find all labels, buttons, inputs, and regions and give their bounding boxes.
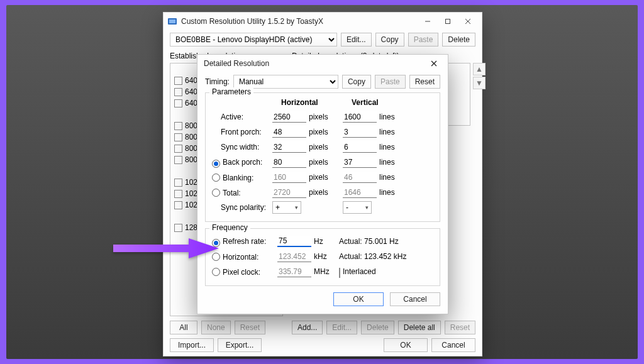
- cru-app-icon: [167, 16, 177, 26]
- checkbox-icon[interactable]: [174, 156, 182, 164]
- paste-display-button[interactable]: Paste: [408, 33, 439, 47]
- detailed-resolution-dialog: Detailed Resolution Timing: Manual Copy …: [197, 54, 448, 314]
- refresh-actual-label: Actual: 75.001 Hz: [339, 237, 433, 246]
- checkbox-icon[interactable]: [174, 224, 182, 232]
- frequency-horizontal-input: [277, 251, 311, 262]
- window-title: Custom Resolution Utility 1.5.2 by Toast…: [181, 17, 418, 26]
- frequency-horizontal-radio[interactable]: Horizontal:: [212, 251, 277, 262]
- front-porch-h-input[interactable]: [272, 126, 306, 138]
- frequency-legend: Frequency: [209, 223, 250, 232]
- frequency-horizontal-actual-label: Actual: 123.452 kHz: [339, 252, 433, 261]
- detailed-delete-button[interactable]: Delete: [361, 321, 394, 334]
- pixel-clock-radio[interactable]: Pixel clock:: [212, 267, 277, 277]
- checkbox-icon[interactable]: [174, 179, 182, 187]
- established-reset-button[interactable]: Reset: [235, 321, 265, 334]
- radio-off-icon: [212, 189, 220, 197]
- established-all-button[interactable]: All: [170, 321, 197, 334]
- minimize-button[interactable]: [418, 13, 438, 30]
- front-porch-label: Front porch:: [212, 128, 272, 136]
- timing-select[interactable]: Manual: [233, 75, 338, 89]
- radio-on-icon: [212, 160, 220, 168]
- sync-polarity-h-select[interactable]: +▾: [272, 201, 301, 214]
- move-down-button[interactable]: ▼: [473, 77, 486, 89]
- checkbox-icon[interactable]: [174, 122, 182, 130]
- edit-display-button[interactable]: Edit...: [341, 33, 372, 47]
- sync-width-v-input[interactable]: [343, 141, 377, 153]
- interlaced-label: Interlaced: [343, 267, 376, 276]
- radio-off-icon: [212, 268, 220, 276]
- col-vertical-header: Vertical: [352, 98, 422, 107]
- svg-rect-1: [169, 19, 175, 23]
- front-porch-v-input[interactable]: [343, 126, 377, 138]
- radio-on-icon: [212, 239, 220, 247]
- maximize-button[interactable]: [438, 13, 458, 30]
- close-button[interactable]: [458, 13, 478, 30]
- svg-rect-3: [446, 19, 450, 24]
- main-cancel-button[interactable]: Cancel: [431, 338, 475, 352]
- radio-off-icon: [212, 174, 220, 182]
- active-v-input[interactable]: [343, 111, 377, 123]
- refresh-rate-radio[interactable]: Refresh rate:: [212, 237, 277, 246]
- sync-width-label: Sync width:: [212, 143, 272, 152]
- active-h-input[interactable]: [272, 111, 306, 123]
- dialog-title: Detailed Resolution: [201, 59, 424, 68]
- chevron-down-icon: ▾: [365, 204, 369, 211]
- checkbox-icon[interactable]: [174, 88, 182, 96]
- checkbox-icon[interactable]: [174, 190, 182, 198]
- arrow-down-icon: ▼: [475, 79, 483, 87]
- dialog-reset-button[interactable]: Reset: [409, 75, 440, 89]
- checkbox-icon[interactable]: [174, 145, 182, 153]
- blanking-v-input: [343, 172, 377, 183]
- export-button[interactable]: Export...: [218, 338, 262, 352]
- interlaced-checkbox[interactable]: [339, 268, 340, 278]
- total-v-input: [343, 187, 377, 198]
- chevron-down-icon: ▾: [295, 204, 298, 211]
- titlebar[interactable]: Custom Resolution Utility 1.5.2 by Toast…: [164, 13, 482, 30]
- sync-polarity-v-select[interactable]: -▾: [343, 201, 372, 214]
- main-ok-button[interactable]: OK: [384, 338, 428, 352]
- blanking-h-input: [272, 172, 306, 183]
- total-radio[interactable]: Total:: [212, 187, 272, 197]
- parameters-legend: Parameters: [209, 87, 253, 96]
- import-button[interactable]: Import...: [170, 338, 214, 352]
- dialog-paste-button[interactable]: Paste: [375, 75, 406, 89]
- back-porch-v-input[interactable]: [343, 157, 377, 168]
- copy-display-button[interactable]: Copy: [375, 33, 404, 47]
- back-porch-h-input[interactable]: [272, 157, 306, 168]
- col-horizontal-header: Horizontal: [281, 98, 352, 107]
- detailed-reset-button[interactable]: Reset: [445, 321, 475, 334]
- arrow-up-icon: ▲: [475, 65, 483, 74]
- move-up-button[interactable]: ▲: [473, 63, 486, 75]
- dialog-cancel-button[interactable]: Cancel: [390, 292, 440, 306]
- checkbox-icon[interactable]: [174, 201, 182, 209]
- detailed-add-button[interactable]: Add...: [292, 321, 323, 334]
- active-label: Active:: [212, 113, 272, 121]
- sync-polarity-label: Sync polarity:: [212, 203, 272, 212]
- pixel-clock-input: [277, 266, 311, 277]
- radio-off-icon: [212, 253, 220, 261]
- checkbox-icon[interactable]: [174, 133, 182, 141]
- frequency-group: Frequency Refresh rate: Hz Actual: 75.00…: [205, 228, 440, 286]
- checkbox-icon[interactable]: [174, 77, 182, 85]
- detailed-edit-button[interactable]: Edit...: [326, 321, 357, 334]
- refresh-rate-input[interactable]: [277, 236, 311, 247]
- detailed-delete-all-button[interactable]: Delete all: [398, 321, 441, 334]
- parameters-group: Parameters Horizontal Vertical Active: p…: [205, 92, 440, 222]
- display-select[interactable]: BOE0BBE - Lenovo DisplayHDR (active): [170, 33, 337, 47]
- delete-display-button[interactable]: Delete: [442, 33, 475, 47]
- established-none-button[interactable]: None: [201, 321, 231, 334]
- dialog-copy-button[interactable]: Copy: [342, 75, 371, 89]
- total-h-input: [272, 187, 306, 198]
- timing-label: Timing:: [205, 77, 230, 86]
- back-porch-radio[interactable]: Back porch:: [212, 158, 272, 167]
- dialog-ok-button[interactable]: OK: [333, 292, 384, 306]
- checkbox-icon[interactable]: [174, 99, 182, 108]
- sync-width-h-input[interactable]: [272, 141, 306, 153]
- dialog-close-button[interactable]: [424, 55, 444, 72]
- blanking-radio[interactable]: Blanking:: [212, 172, 272, 182]
